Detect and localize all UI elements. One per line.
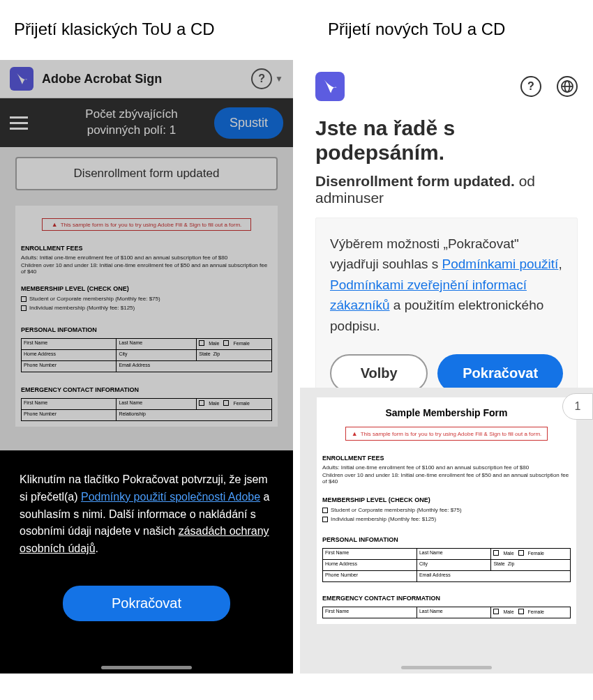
- home-indicator: [101, 666, 192, 669]
- label-classic: Přijetí klasických ToU a CD: [14, 20, 328, 39]
- continue-button[interactable]: Pokračovat: [63, 586, 230, 621]
- menu-icon[interactable]: [10, 116, 28, 130]
- consent-card: Výběrem možnosti „Pokračovat" vyjadřuji …: [315, 218, 578, 413]
- help-icon[interactable]: ?: [251, 68, 272, 89]
- acrobat-logo-icon: [315, 72, 345, 101]
- terms-link[interactable]: Podmínkami použití: [442, 257, 559, 271]
- warning-icon: ▲: [352, 430, 358, 437]
- sign-heading: Jste na řadě s podepsáním.: [315, 116, 578, 173]
- chevron-down-icon[interactable]: ▼: [275, 74, 283, 84]
- acrobat-logo-icon: [10, 67, 33, 91]
- required-fields-count: Počet zbývajících povinných polí: 1: [49, 107, 214, 139]
- new-pane: ? Jste na řadě s podepsáním. Disenrollme…: [300, 60, 593, 674]
- document-title-field[interactable]: Disenrollment form updated: [15, 157, 278, 190]
- warning-icon: ▲: [52, 221, 58, 228]
- classic-pane: Adobe Acrobat Sign ? ▼ Počet zbývajících…: [0, 60, 293, 674]
- help-icon[interactable]: ?: [520, 76, 541, 97]
- document-preview: ▲This sample form is for you to try usin…: [15, 206, 278, 427]
- document-preview: Sample Membership Form ▲This sample form…: [317, 397, 576, 624]
- page-indicator[interactable]: 1: [562, 393, 593, 420]
- label-new: Přijetí nových ToU a CD: [328, 20, 505, 39]
- start-button[interactable]: Spustit: [214, 107, 283, 139]
- consent-footer: Kliknutím na tlačítko Pokračovat potvrzu…: [0, 450, 293, 674]
- globe-icon[interactable]: [557, 76, 578, 97]
- sign-toolbar: Počet zbývajících povinných polí: 1 Spus…: [0, 98, 293, 147]
- terms-link[interactable]: Podmínky použití společnosti Adobe: [81, 491, 260, 503]
- continue-button[interactable]: Pokračovat: [437, 354, 563, 393]
- app-title: Adobe Acrobat Sign: [42, 72, 162, 86]
- document-subtitle: Disenrollment form updated. od adminuser: [315, 173, 578, 218]
- home-indicator: [401, 666, 492, 669]
- app-header: ?: [300, 60, 593, 112]
- app-header: Adobe Acrobat Sign ? ▼: [0, 60, 293, 98]
- options-button[interactable]: Volby: [330, 354, 428, 393]
